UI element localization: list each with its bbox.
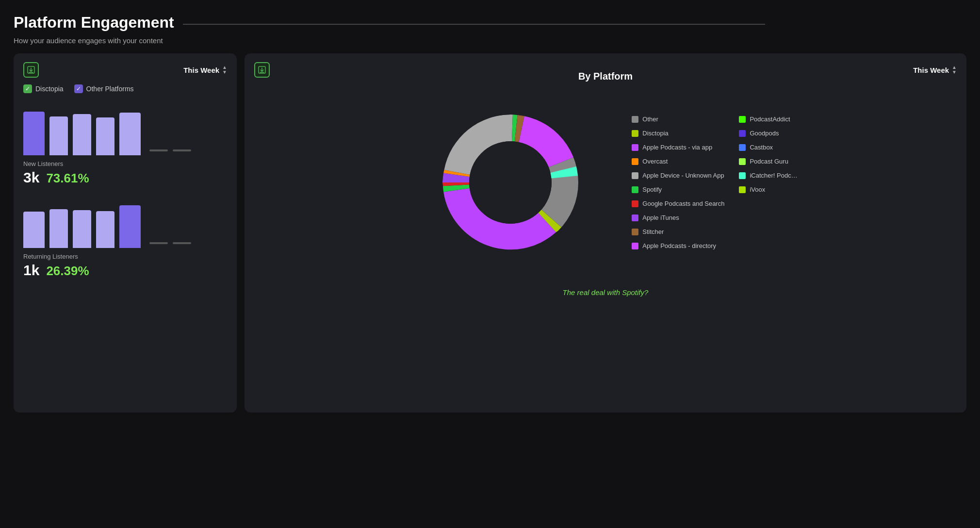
bar-5 bbox=[119, 113, 141, 155]
legend-color-stitcher bbox=[632, 229, 638, 235]
bar-dash-r-2 bbox=[173, 242, 191, 244]
page-title: Platform Engagement bbox=[14, 14, 174, 32]
new-listeners-label: New Listeners bbox=[23, 160, 227, 167]
bar-dash-1 bbox=[149, 149, 168, 151]
legend-label-stitcher: Stitcher bbox=[642, 228, 664, 235]
legend-color-itunes bbox=[632, 214, 638, 221]
week-label-left: This Week bbox=[183, 66, 219, 74]
legend-color-podcastaddict bbox=[739, 116, 746, 123]
legend-podcastaddict: PodcastAddict bbox=[739, 116, 797, 123]
page-subtitle: How your audience engages with your cont… bbox=[14, 36, 966, 45]
legend-label-apple-dir: Apple Podcasts - directory bbox=[642, 242, 716, 249]
legend-color-castbox bbox=[739, 144, 746, 151]
legend-label-apple-via-app: Apple Podcasts - via app bbox=[642, 144, 712, 151]
legend-color-apple-dir bbox=[632, 243, 638, 249]
download-icon-left[interactable] bbox=[23, 62, 39, 78]
returning-listeners-bars-row bbox=[23, 199, 227, 248]
legend-icatcher: iCatcher! Podc… bbox=[739, 172, 797, 179]
bar-dash-r-1 bbox=[149, 242, 168, 244]
donut-chart bbox=[413, 85, 607, 280]
week-label-right: This Week bbox=[913, 66, 949, 74]
new-listeners-bars-section: New Listeners 3k 73.61% bbox=[23, 107, 227, 186]
left-panel: This Week ▲▼ ✓ Disctopia ✓ Other Platfor… bbox=[14, 53, 237, 412]
legend-label-overcast: Overcast bbox=[642, 158, 668, 165]
legend-label-apple-device: Apple Device - Unknown App bbox=[642, 172, 724, 179]
legend-color-ivoox bbox=[739, 186, 746, 193]
checkbox-other-platforms[interactable]: ✓ Other Platforms bbox=[74, 84, 134, 93]
new-listeners-count: 3k bbox=[23, 169, 39, 186]
returning-listeners-label: Returning Listeners bbox=[23, 253, 227, 260]
checkbox-disctopia-box: ✓ bbox=[23, 84, 32, 93]
right-panel-header: By Platform This Week ▲▼ bbox=[254, 62, 957, 78]
legend-overcast: Overcast bbox=[632, 158, 724, 165]
legend-stitcher: Stitcher bbox=[632, 228, 724, 235]
legend-label-ivoox: iVoox bbox=[750, 186, 765, 193]
bar-r-5 bbox=[119, 205, 141, 248]
bar-r-4 bbox=[96, 211, 114, 248]
title-divider bbox=[183, 24, 765, 25]
legend-label-itunes: Apple iTunes bbox=[642, 214, 679, 221]
legend-label-podcast-guru: Podcast Guru bbox=[750, 158, 788, 165]
legend-spotify: Spotify bbox=[632, 186, 724, 193]
legend-disctopia: Disctopia bbox=[632, 130, 724, 137]
bar-r-2 bbox=[49, 209, 68, 248]
chart-area: Other Disctopia Apple Podcasts - via app… bbox=[254, 85, 957, 280]
legend-color-overcast bbox=[632, 158, 638, 165]
download-icon-right[interactable] bbox=[254, 62, 270, 78]
bar-dash-2 bbox=[173, 149, 191, 151]
checkbox-disctopia-label: Disctopia bbox=[35, 85, 64, 93]
legend-apple-via-app: Apple Podcasts - via app bbox=[632, 144, 724, 151]
legend-color-podcast-guru bbox=[739, 158, 746, 165]
by-platform-title: By Platform bbox=[578, 71, 633, 82]
legend-label-other: Other bbox=[642, 116, 658, 123]
legend-other: Other bbox=[632, 116, 724, 123]
right-panel: By Platform This Week ▲▼ bbox=[245, 53, 966, 412]
legend-label-goodpods: Goodpods bbox=[750, 130, 779, 137]
new-listeners-bars-row bbox=[23, 107, 227, 155]
legend-color-apple-via-app bbox=[632, 144, 638, 151]
legend-castbox: Castbox bbox=[739, 144, 797, 151]
bar-r-1 bbox=[23, 212, 45, 248]
legend-label-icatcher: iCatcher! Podc… bbox=[750, 172, 797, 179]
legend-label-spotify: Spotify bbox=[642, 186, 662, 193]
bar-4 bbox=[96, 117, 114, 155]
bar-2 bbox=[49, 116, 68, 155]
legend-color-icatcher bbox=[739, 172, 746, 179]
legend-color-apple-device bbox=[632, 172, 638, 179]
legend-google: Google Podcasts and Search bbox=[632, 200, 724, 207]
legend-color-goodpods bbox=[739, 130, 746, 137]
legend-color-spotify bbox=[632, 186, 638, 193]
bar-1 bbox=[23, 112, 45, 155]
week-selector-left[interactable]: This Week ▲▼ bbox=[183, 65, 227, 75]
legend-label-google: Google Podcasts and Search bbox=[642, 200, 724, 207]
bar-3 bbox=[73, 114, 91, 155]
returning-listeners-stat-row: 1k 26.39% bbox=[23, 262, 227, 279]
left-panel-header: This Week ▲▼ bbox=[23, 62, 227, 78]
bottom-link[interactable]: The real deal with Spotify? bbox=[254, 288, 957, 297]
legend: Other Disctopia Apple Podcasts - via app… bbox=[632, 116, 797, 249]
legend-apple-dir: Apple Podcasts - directory bbox=[632, 242, 724, 249]
page-title-row: Platform Engagement bbox=[14, 14, 966, 34]
arrows-left: ▲▼ bbox=[222, 65, 227, 75]
legend-color-disctopia bbox=[632, 130, 638, 137]
arrows-right: ▲▼ bbox=[952, 65, 957, 75]
legend-col-right: PodcastAddict Goodpods Castbox Podcast G… bbox=[739, 116, 797, 249]
checkbox-disctopia[interactable]: ✓ Disctopia bbox=[23, 84, 64, 93]
checkboxes: ✓ Disctopia ✓ Other Platforms bbox=[23, 84, 227, 93]
bar-r-3 bbox=[73, 210, 91, 248]
returning-listeners-bars-section: Returning Listeners 1k 26.39% bbox=[23, 199, 227, 279]
checkbox-other-platforms-label: Other Platforms bbox=[86, 85, 134, 93]
legend-goodpods: Goodpods bbox=[739, 130, 797, 137]
returning-listeners-count: 1k bbox=[23, 262, 39, 279]
legend-col-left: Other Disctopia Apple Podcasts - via app… bbox=[632, 116, 724, 249]
legend-color-google bbox=[632, 200, 638, 207]
returning-listeners-percent: 26.39% bbox=[46, 264, 89, 279]
main-panels: This Week ▲▼ ✓ Disctopia ✓ Other Platfor… bbox=[14, 53, 966, 412]
legend-apple-device: Apple Device - Unknown App bbox=[632, 172, 724, 179]
legend-podcast-guru: Podcast Guru bbox=[739, 158, 797, 165]
new-listeners-percent: 73.61% bbox=[46, 171, 89, 186]
week-selector-right[interactable]: This Week ▲▼ bbox=[913, 65, 957, 75]
checkbox-other-platforms-box: ✓ bbox=[74, 84, 83, 93]
legend-label-disctopia: Disctopia bbox=[642, 130, 668, 137]
legend-color-other bbox=[632, 116, 638, 123]
